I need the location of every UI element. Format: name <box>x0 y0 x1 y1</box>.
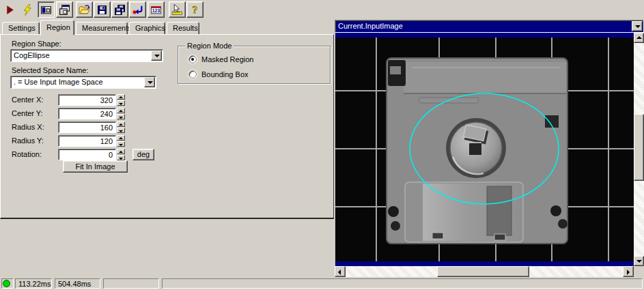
spin-down-button[interactable] <box>117 114 125 119</box>
horizontal-scrollbar[interactable] <box>335 266 634 277</box>
tab-region[interactable]: Region <box>40 20 74 35</box>
spin-down-button[interactable] <box>117 141 125 147</box>
rotation-stepper <box>117 149 125 160</box>
open-file-button[interactable] <box>76 1 93 18</box>
new-tool-window-button[interactable] <box>56 1 73 18</box>
center-y-label: Center Y: <box>12 109 43 117</box>
vision-tool-window: 123 ? Settings Region Measurements Graph… <box>0 0 644 290</box>
svg-text:123: 123 <box>152 8 160 13</box>
space-name-value: . = Use Input Image Space <box>14 78 143 86</box>
arrow-right-icon <box>627 270 630 275</box>
radius-x-label: Radius X: <box>12 123 44 131</box>
region-shape-value: CogEllipse <box>14 51 150 59</box>
toolbar: 123 ? <box>0 0 644 19</box>
radius-y-stepper <box>117 135 125 147</box>
space-name-label: Selected Space Name: <box>12 66 89 74</box>
region-shape-label: Region Shape: <box>12 40 61 48</box>
bounding-box-radio[interactable] <box>188 70 197 78</box>
spin-up-button[interactable] <box>117 94 125 100</box>
radius-y-label: Radius Y: <box>12 136 44 145</box>
tab-settings[interactable]: Settings <box>2 22 40 35</box>
open-folder-icon <box>79 4 90 16</box>
arrow-down-icon <box>636 260 642 263</box>
region-mode-group <box>178 46 331 84</box>
spin-up-button[interactable] <box>117 149 125 154</box>
spin-up-button[interactable] <box>117 135 125 141</box>
radius-x-stepper <box>117 121 125 133</box>
radius-x-field[interactable]: 160 <box>58 121 116 133</box>
center-x-field[interactable]: 320 <box>58 94 116 106</box>
goto-icon <box>132 4 143 16</box>
svg-text:?: ? <box>193 4 198 16</box>
image-selector-combo[interactable]: Current.InputImage <box>335 20 644 33</box>
space-name-combo-arrow[interactable] <box>144 77 155 87</box>
status-panel-empty <box>103 278 159 289</box>
goto-tool-button[interactable] <box>129 1 146 18</box>
numbers-icon: 123 <box>150 4 162 16</box>
play-icon <box>4 4 16 16</box>
save-all-button[interactable] <box>111 1 128 18</box>
input-image <box>335 38 634 261</box>
region-mode-title: Region Mode <box>185 42 234 50</box>
image-display <box>335 33 634 266</box>
arrow-left-icon <box>338 270 341 275</box>
spin-down-button[interactable] <box>117 100 125 106</box>
trigger-button[interactable] <box>19 1 36 18</box>
masked-region-label: Masked Region <box>201 55 253 63</box>
space-name-combo[interactable]: . = Use Input Image Space <box>10 76 156 89</box>
spin-down-button[interactable] <box>117 128 125 133</box>
radius-y-field[interactable]: 120 <box>58 135 116 147</box>
image-selector-value: Current.InputImage <box>338 22 403 30</box>
bounding-box-label: Bounding Box <box>201 70 249 78</box>
run-button[interactable] <box>1 1 18 18</box>
radio-dot <box>191 58 194 61</box>
status-panel-message <box>162 278 643 289</box>
tab-results[interactable]: Results <box>167 22 199 35</box>
help-button[interactable]: ? <box>186 1 204 18</box>
help-icon: ? <box>189 4 201 16</box>
save-all-icon <box>114 4 126 16</box>
region-tab-page: Region Shape: CogEllipse Selected Space … <box>0 34 334 219</box>
center-y-stepper <box>117 108 125 119</box>
vertical-scroll-thumb[interactable] <box>634 114 644 181</box>
scroll-down-button[interactable] <box>634 256 644 266</box>
center-y-field[interactable]: 240 <box>58 108 116 119</box>
center-x-stepper <box>117 94 125 106</box>
numeric-results-button[interactable]: 123 <box>148 1 165 18</box>
scroll-up-button[interactable] <box>634 33 644 43</box>
show-tool-display-button[interactable] <box>38 1 55 18</box>
save-icon <box>96 4 108 16</box>
tab-graphics[interactable]: Graphics <box>129 22 165 35</box>
rotation-label: Rotation: <box>12 150 42 158</box>
center-x-label: Center X: <box>12 96 43 104</box>
tab-measurements[interactable]: Measurements <box>76 22 128 35</box>
spin-up-button[interactable] <box>117 121 125 127</box>
image-selector-arrow[interactable] <box>632 21 643 31</box>
rotation-unit-button[interactable]: deg <box>132 149 154 160</box>
cascade-windows-icon <box>59 4 70 16</box>
tool-window-icon <box>40 4 52 16</box>
spin-up-button[interactable] <box>117 108 125 113</box>
rotation-field[interactable]: 0 <box>58 149 116 160</box>
chevron-down-icon <box>154 55 160 60</box>
region-shape-combo[interactable]: CogEllipse <box>10 49 163 62</box>
spin-down-button[interactable] <box>117 155 125 160</box>
fit-in-image-button[interactable]: Fit In Image <box>63 160 128 173</box>
lightning-icon <box>22 4 33 16</box>
scrollbar-corner <box>634 266 644 277</box>
status-led-green <box>3 280 10 287</box>
pointer-measure-button[interactable] <box>169 1 186 18</box>
status-time1: 113.22ms <box>15 278 52 289</box>
scroll-right-button[interactable] <box>623 266 634 277</box>
arrow-up-icon <box>636 36 642 39</box>
pointer-ruler-icon <box>171 4 183 16</box>
scroll-left-button[interactable] <box>335 266 346 277</box>
vertical-scrollbar[interactable] <box>634 33 644 266</box>
region-shape-combo-arrow[interactable] <box>151 50 162 61</box>
masked-region-radio[interactable] <box>188 55 197 63</box>
chevron-down-icon <box>148 81 153 87</box>
floppy-disk <box>387 58 568 244</box>
save-file-button[interactable] <box>94 1 111 18</box>
status-time2: 504.48ms <box>55 278 100 289</box>
horizontal-scroll-thumb[interactable] <box>437 266 529 277</box>
